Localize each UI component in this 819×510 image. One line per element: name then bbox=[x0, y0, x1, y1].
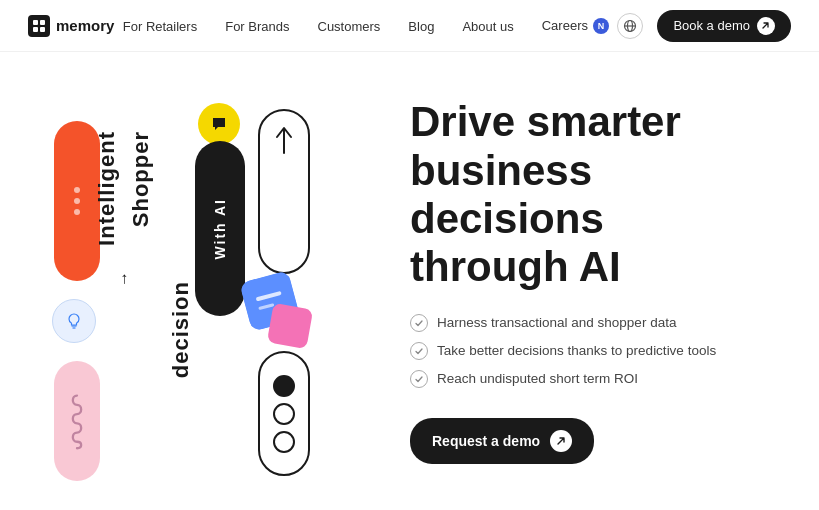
dark-pill-ai: With AI bbox=[195, 141, 245, 316]
pink-card bbox=[267, 303, 313, 349]
check-icon-2 bbox=[410, 342, 428, 360]
nav-item-about[interactable]: About us bbox=[462, 17, 513, 35]
nav-links: For Retailers For Brands Customers Blog … bbox=[123, 17, 609, 35]
nav-item-brands[interactable]: For Brands bbox=[225, 17, 289, 35]
decision-label: decision bbox=[168, 281, 194, 378]
nav-item-customers[interactable]: Customers bbox=[318, 17, 381, 35]
hero-section: Intelligent → Shopper With AI bbox=[0, 52, 819, 510]
logo-icon bbox=[28, 15, 50, 37]
intelligent-label: Intelligent bbox=[94, 131, 120, 246]
nav-right: Book a demo bbox=[617, 10, 791, 42]
careers-badge: N bbox=[593, 18, 609, 34]
hero-title: Drive smarter business decisions through… bbox=[410, 98, 759, 291]
svg-rect-2 bbox=[33, 27, 38, 32]
with-ai-label: With AI bbox=[212, 198, 228, 260]
svg-rect-0 bbox=[33, 20, 38, 25]
feature-item-1: Harness transactional and shopper data bbox=[410, 314, 759, 332]
book-demo-button[interactable]: Book a demo bbox=[657, 10, 791, 42]
nav-item-retailers[interactable]: For Retailers bbox=[123, 17, 197, 35]
navbar: memory For Retailers For Brands Customer… bbox=[0, 0, 819, 52]
check-icon-3 bbox=[410, 370, 428, 388]
bulb-circle bbox=[52, 299, 96, 343]
arrow-pill-outline bbox=[258, 109, 310, 274]
chat-circle bbox=[198, 103, 240, 145]
circles-pill bbox=[258, 351, 310, 476]
hero-features: Harness transactional and shopper data T… bbox=[410, 314, 759, 388]
hero-content: Drive smarter business decisions through… bbox=[360, 98, 759, 463]
hero-illustration: Intelligent → Shopper With AI bbox=[40, 81, 360, 481]
nav-item-careers[interactable]: Careers N bbox=[542, 18, 609, 34]
check-icon-1 bbox=[410, 314, 428, 332]
request-demo-button[interactable]: Request a demo bbox=[410, 418, 594, 464]
svg-rect-1 bbox=[40, 20, 45, 25]
logo[interactable]: memory bbox=[28, 15, 114, 37]
feature-item-3: Reach undisputed short term ROI bbox=[410, 370, 759, 388]
nav-item-blog[interactable]: Blog bbox=[408, 17, 434, 35]
svg-rect-3 bbox=[40, 27, 45, 32]
shopper-label: Shopper bbox=[128, 131, 154, 227]
language-selector[interactable] bbox=[617, 13, 643, 39]
request-demo-arrow-icon bbox=[550, 430, 572, 452]
feature-item-2: Take better decisions thanks to predicti… bbox=[410, 342, 759, 360]
pink-pill bbox=[54, 361, 100, 481]
arrow-label: → bbox=[115, 271, 133, 287]
book-demo-arrow-icon bbox=[757, 17, 775, 35]
logo-text: memory bbox=[56, 17, 114, 34]
